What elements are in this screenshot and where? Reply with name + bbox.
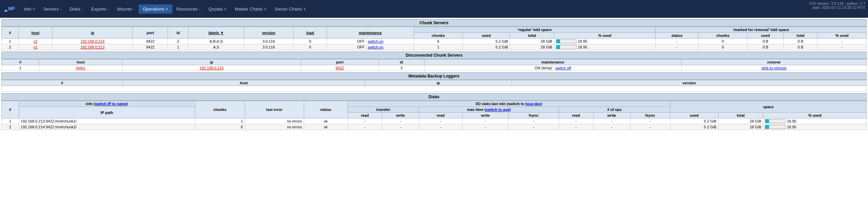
col-d-num: # <box>2 101 19 118</box>
col-host[interactable]: host <box>18 27 52 39</box>
col-ml-ip: ip <box>365 80 512 86</box>
nav-item-info[interactable]: Info + <box>20 4 39 14</box>
cs-total: 28 GiB <box>510 39 554 44</box>
col-rem-total: total <box>784 33 817 39</box>
nav-item-disks[interactable]: Disks - <box>66 4 87 14</box>
disks-block: Disks # info (switch IP to name) chunks … <box>1 93 867 130</box>
nav-item-operations[interactable]: Operations + <box>139 4 172 14</box>
disk-progress-inner <box>765 119 769 123</box>
progress-bar-inner <box>556 40 560 43</box>
col-ip[interactable]: ip <box>52 27 133 39</box>
cs-port: 9422 <box>133 44 168 50</box>
col-d-stotal: total <box>718 113 763 118</box>
d-num: 1 <box>2 118 19 124</box>
col-d-status: status <box>304 101 347 118</box>
col-group-info[interactable]: info (switch IP to name) <box>19 101 195 107</box>
metadata-loggers-table: # host ip version <box>1 80 867 92</box>
cs-rem-total: 0 B <box>784 39 817 44</box>
chunk-server-row: 2 v1 192.168.0.213 9422 1 A,S 3.0.116 0 … <box>2 44 867 50</box>
d-status: ok <box>304 118 347 124</box>
col-rem-chunks: chunks <box>698 33 747 39</box>
nav-item-server-charts[interactable]: Server Charts + <box>271 4 310 14</box>
cs-maintenance: OFF : switch.on <box>327 39 414 44</box>
col-ml-version: version <box>512 80 866 86</box>
disk-progress-outer <box>765 125 785 129</box>
navbar: 🐟 MFS Info + Servers - Disks - Exports -… <box>0 0 868 18</box>
cs-chunks: 1 <box>414 44 463 50</box>
io-hour-link[interactable]: hour <box>525 102 533 106</box>
metadata-loggers-header: Metadata Backup Loggers <box>1 72 867 80</box>
col-maintenance[interactable]: maintenance <box>327 27 414 39</box>
col-dc-id: id <box>379 59 424 65</box>
col-dc-remove: remove <box>681 59 866 65</box>
content-area: Chunk Servers # host ip port id labels ▼… <box>0 18 868 133</box>
d-sused: 5.2 GiB <box>670 124 718 130</box>
cs-labels: A,S <box>188 44 244 50</box>
col-d-ippath: IP path <box>19 107 195 118</box>
cs-id: 2 <box>168 39 188 44</box>
cs-rem-used: 0 B <box>748 44 784 50</box>
progress-bar-outer <box>556 39 577 43</box>
col-group-io[interactable]: I/O stats last min (switch to hour,day) <box>347 101 670 107</box>
maxtime-avg-link[interactable]: switch to avg <box>486 108 510 112</box>
dc-id: 3 <box>379 65 424 71</box>
cs-load: 0 <box>294 44 327 50</box>
cs-ip: 192.168.0.214 <box>52 39 133 44</box>
nav-item-master-charts[interactable]: Master Charts + <box>231 4 271 14</box>
col-version[interactable]: version <box>244 27 294 39</box>
dc-ip: 192.168.0.210 <box>122 65 301 71</box>
d-sused: 5.2 GiB <box>670 118 718 124</box>
disks-header: Disks <box>1 93 867 101</box>
col-d-mfsync: fsync <box>509 113 559 118</box>
switch-ip-link[interactable]: switch IP to name <box>95 102 127 106</box>
d-stotal: 28 GiB <box>718 124 763 130</box>
disk-row: 2 192.168.0.214:9422:/mnt/chunk2/ 6 no e… <box>2 124 867 130</box>
nav-item-servers[interactable]: Servers - <box>39 4 66 14</box>
col-rem-pct: % used <box>817 33 867 39</box>
col-load[interactable]: load <box>294 27 327 39</box>
nav-item-resources[interactable]: Resources - <box>172 4 204 14</box>
nav-item-quotas[interactable]: Quotas + <box>204 4 231 14</box>
dc-maintenance: ON (temp) : switch off <box>424 65 681 71</box>
col-dc-port: port <box>301 59 379 65</box>
nav-items: Info + Servers - Disks - Exports - Mount… <box>20 4 865 14</box>
disk-progress-inner <box>765 125 769 129</box>
version-line1: CGI version: 3.0.116 ; python: 2.7 <box>809 1 865 5</box>
nav-item-exports[interactable]: Exports - <box>87 4 113 14</box>
cs-rem-status: - <box>655 44 698 50</box>
nav-item-mounts[interactable]: Mounts - <box>113 4 139 14</box>
cs-num: 2 <box>2 44 19 50</box>
d-nfsync: - <box>630 118 670 124</box>
d-mwrite: - <box>462 118 509 124</box>
col-group-removal-hdd: 'marked for removal' hdd space <box>655 27 866 33</box>
col-d-lasterr: last error <box>245 101 304 118</box>
d-lasterr: no errors <box>245 124 304 130</box>
col-group-maxtime[interactable]: max time (switch to avg) <box>419 107 559 113</box>
col-total: total <box>510 33 554 39</box>
col-dc-host: host <box>39 59 123 65</box>
cs-used: 5.2 GiB <box>463 44 510 50</box>
col-dc-maintenance: maintenance <box>424 59 681 65</box>
d-nfsync: - <box>630 124 670 130</box>
col-labels[interactable]: labels ▼ <box>188 27 244 39</box>
col-d-chunks: chunks <box>195 101 245 118</box>
d-status: ok <box>304 124 347 130</box>
d-path: 192.168.0.214:9422:/mnt/chunk2/ <box>19 124 195 130</box>
dc-remove[interactable]: click to remove <box>681 65 866 71</box>
svg-text:MFS: MFS <box>8 6 15 11</box>
disks-table: # info (switch IP to name) chunks last e… <box>1 101 867 130</box>
d-twrite: - <box>382 124 419 130</box>
brand: 🐟 MFS <box>3 3 17 15</box>
dc-host: high1 <box>39 65 123 71</box>
d-mfsync: - <box>509 118 559 124</box>
io-day-link[interactable]: day <box>535 102 541 106</box>
metadata-loggers-block: Metadata Backup Loggers # host ip versio… <box>1 72 867 92</box>
d-path: 192.168.0.213:9422:/mnt/chunk1/ <box>19 118 195 124</box>
disconnected-servers-block: Disconnected Chunk Servers # host ip por… <box>1 52 867 71</box>
dc-num: 1 <box>2 65 39 71</box>
disk-progress-outer <box>765 119 785 123</box>
col-d-nfsync: fsync <box>630 113 670 118</box>
col-rem-status: status <box>655 33 698 39</box>
col-d-nwrite: write <box>593 113 630 118</box>
d-twrite: - <box>382 118 419 124</box>
